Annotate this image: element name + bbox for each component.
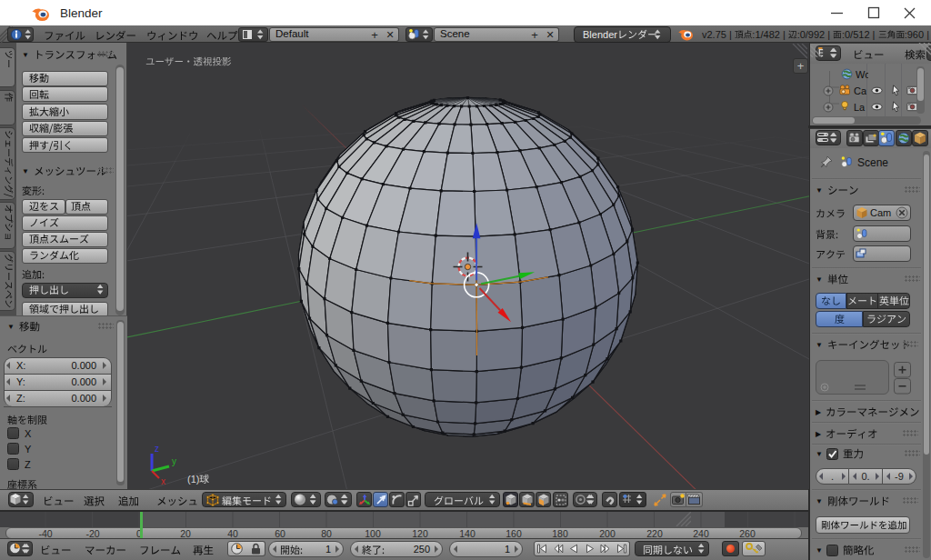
svg-text:120: 120 xyxy=(412,528,428,539)
svg-text:260: 260 xyxy=(739,528,756,539)
svg-text:80: 80 xyxy=(321,528,332,539)
svg-text:z: z xyxy=(155,444,159,454)
svg-text:220: 220 xyxy=(646,528,663,539)
svg-text:100: 100 xyxy=(365,528,381,539)
svg-text:240: 240 xyxy=(693,528,709,539)
svg-text:40: 40 xyxy=(227,528,238,539)
svg-text:-40: -40 xyxy=(38,528,52,539)
svg-text:140: 140 xyxy=(459,528,476,539)
svg-text:-20: -20 xyxy=(85,528,99,539)
svg-text:160: 160 xyxy=(506,528,522,539)
svg-text:60: 60 xyxy=(275,528,285,539)
svg-text:20: 20 xyxy=(180,528,191,539)
svg-text:y: y xyxy=(172,456,176,466)
svg-text:200: 200 xyxy=(599,528,616,539)
svg-text:180: 180 xyxy=(552,528,568,539)
svg-text:x: x xyxy=(161,476,165,485)
